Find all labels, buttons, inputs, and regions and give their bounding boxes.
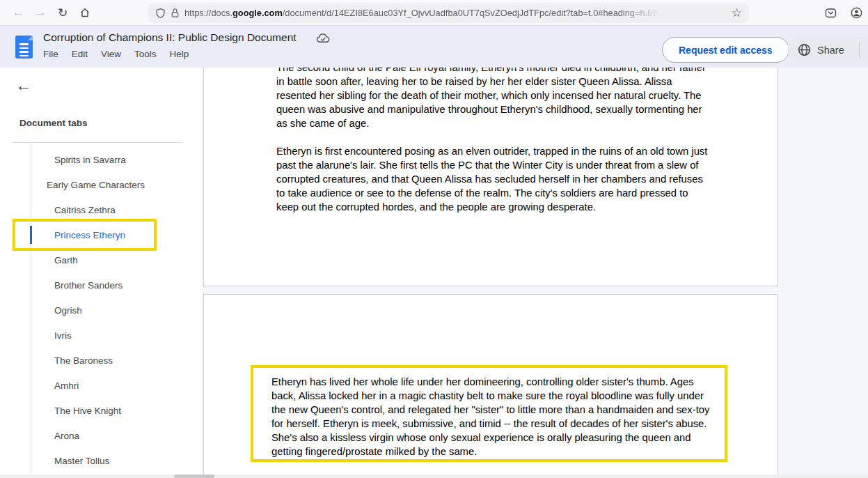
horizontal-scrollbar-thumb[interactable] [174, 475, 214, 478]
menu-help[interactable]: Help [170, 49, 189, 59]
menubar: File Edit View Tools Help [43, 49, 189, 59]
tracking-protection-shield-icon[interactable] [155, 8, 166, 19]
google-docs-icon [15, 36, 33, 59]
forward-arrow-icon[interactable]: → [29, 6, 52, 20]
paragraph: Etheryn is first encountered posing as a… [276, 144, 711, 214]
cloud-saved-icon [316, 32, 331, 44]
document-title: Corruption of Champions II: Public Desig… [43, 31, 297, 44]
sidebar-item-brother-sanders[interactable]: Brother Sanders [0, 272, 202, 298]
document-canvas: The second child of the Pale Elf royal f… [202, 68, 868, 478]
share-button[interactable]: Share ▾ [787, 37, 868, 63]
home-icon[interactable] [74, 7, 96, 18]
docs-icon-lines [19, 43, 29, 59]
share-label: Share [817, 45, 844, 56]
url-text[interactable]: https://docs.google.com/document/d/14EZI… [184, 8, 667, 18]
paragraph: The second child of the Pale Elf royal f… [276, 68, 711, 130]
sidebar-item-the-hive-knight[interactable]: The Hive Knight [0, 398, 202, 423]
request-edit-access-button[interactable]: Request edit access [662, 37, 789, 63]
sidebar-item-spirits-in-savarra[interactable]: Spirits in Savarra [0, 147, 202, 172]
sidebar-item-ogrish[interactable]: Ogrish [0, 298, 202, 323]
horizontal-scrollbar[interactable] [0, 475, 868, 478]
menu-file[interactable]: File [43, 49, 58, 59]
back-arrow-icon[interactable]: ← [7, 6, 29, 20]
screen: ← → ↻ https://docs.google.com/document/d… [0, 0, 868, 478]
page2-text: Etheryn has lived her whole life under h… [271, 375, 711, 458]
page1-text: The second child of the Pale Elf royal f… [276, 68, 711, 228]
sidebar-item-arona[interactable]: Arona [0, 423, 202, 448]
sidebar-back-arrow-icon[interactable]: ← [15, 76, 31, 95]
menu-view[interactable]: View [101, 49, 121, 59]
menu-edit[interactable]: Edit [72, 49, 88, 59]
document-page-2: Etheryn has lived her whole life under h… [203, 294, 778, 478]
sidebar-item-the-baroness[interactable]: The Baroness [0, 348, 202, 373]
paragraph: Etheryn has lived her whole life under h… [271, 375, 711, 458]
sidebar-item-early-game-characters[interactable]: Early Game Characters [0, 172, 202, 197]
toolbar-right-icons [825, 0, 862, 26]
document-tabs-sidebar: ← Document tabs Spirits in Savarra Early… [0, 68, 202, 478]
sidebar-divider [13, 142, 182, 143]
sidebar-item-amhri[interactable]: Amhri [0, 373, 202, 398]
sidebar-item-caitriss-zethra[interactable]: Caitriss Zethra [0, 197, 202, 222]
sidebar-item-ivris[interactable]: Ivris [0, 323, 202, 348]
active-tab-caret [30, 226, 32, 244]
docs-header: Corruption of Champions II: Public Desig… [0, 26, 868, 68]
sidebar-item-garth[interactable]: Garth [0, 247, 202, 272]
share-divider [859, 42, 860, 59]
globe-lock-icon [798, 43, 811, 56]
docs-icon-fold [28, 36, 33, 40]
sidebar-items: Spirits in Savarra Early Game Characters… [0, 147, 202, 473]
url-bar[interactable]: https://docs.google.com/document/d/14EZI… [148, 3, 749, 23]
pocket-icon[interactable] [825, 8, 837, 19]
menu-tools[interactable]: Tools [134, 49, 157, 59]
sidebar-item-master-tollus[interactable]: Master Tollus [0, 448, 202, 473]
reload-icon[interactable]: ↻ [52, 6, 74, 20]
bookmark-star-icon[interactable]: ☆ [732, 7, 742, 19]
sidebar-heading: Document tabs [19, 118, 88, 128]
padlock-icon[interactable] [171, 8, 180, 18]
account-icon[interactable] [851, 7, 862, 19]
document-page-1: The second child of the Pale Elf royal f… [203, 68, 778, 286]
browser-toolbar: ← → ↻ https://docs.google.com/document/d… [0, 0, 868, 26]
